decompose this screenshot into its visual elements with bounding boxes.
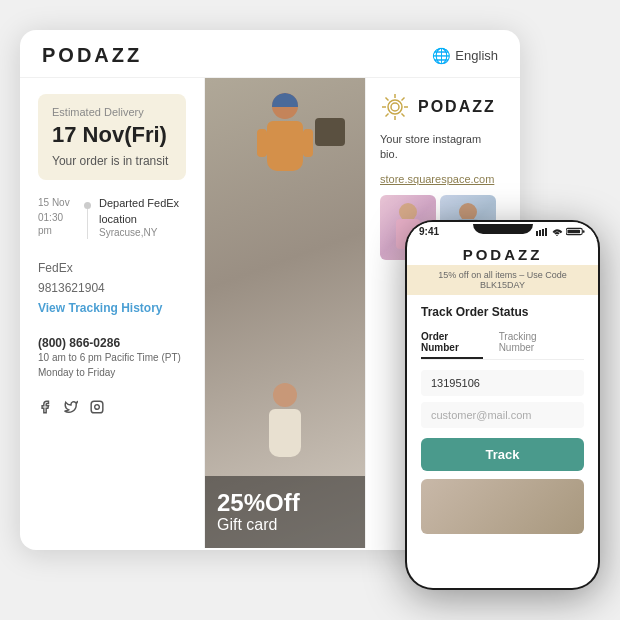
svg-rect-12 bbox=[536, 231, 538, 236]
brand-row: PODAZZ bbox=[380, 92, 496, 122]
store-link[interactable]: store.squarespace.com bbox=[380, 173, 496, 185]
product-image: 25%Off Gift card bbox=[205, 78, 365, 548]
gift-card-overlay: 25%Off Gift card bbox=[205, 476, 365, 548]
event-description: Departed FedEx location bbox=[99, 196, 186, 227]
event-location: Syracuse,NY bbox=[99, 227, 186, 238]
svg-rect-18 bbox=[567, 230, 580, 234]
support-phone: (800) 866-0286 bbox=[38, 336, 186, 350]
phone-time: 9:41 bbox=[419, 226, 439, 237]
left-panel: Estimated Delivery 17 Nov(Fri) Your orde… bbox=[20, 78, 205, 548]
carrier-section: FedEx 9813621904 View Tracking History bbox=[38, 259, 186, 315]
gift-card-percent: 25%Off bbox=[217, 490, 353, 516]
svg-rect-0 bbox=[91, 401, 103, 413]
event-dot bbox=[84, 202, 91, 209]
svg-rect-15 bbox=[545, 228, 547, 236]
svg-line-10 bbox=[402, 98, 405, 101]
tab-order-number[interactable]: Order Number bbox=[421, 327, 483, 359]
delivery-box: Estimated Delivery 17 Nov(Fri) Your orde… bbox=[38, 94, 186, 180]
support-hours-2: Monday to Friday bbox=[38, 365, 186, 380]
svg-point-2 bbox=[388, 100, 402, 114]
globe-icon: 🌐 bbox=[432, 47, 451, 65]
delivery-date: 17 Nov(Fri) bbox=[52, 122, 172, 148]
support-hours-1: 10 am to 6 pm Pacific Time (PT) bbox=[38, 350, 186, 365]
view-tracking-link[interactable]: View Tracking History bbox=[38, 301, 163, 315]
delivery-status: Your order is in transit bbox=[52, 154, 172, 168]
language-label: English bbox=[455, 48, 498, 63]
right-brand-name: PODAZZ bbox=[418, 98, 496, 116]
twitter-icon[interactable] bbox=[64, 400, 78, 417]
svg-rect-19 bbox=[583, 230, 585, 233]
store-bio: Your store instagram bio. bbox=[380, 132, 496, 163]
phone-notch bbox=[473, 224, 533, 234]
scene: PODAZZ 🌐 English Estimated Delivery 17 N… bbox=[20, 30, 600, 590]
phone-tabs: Order Number Tracking Number bbox=[421, 327, 584, 360]
event-date: 15 Nov bbox=[38, 196, 76, 209]
phone-bottom-image bbox=[421, 479, 584, 534]
carrier-name: FedEx bbox=[38, 259, 186, 278]
support-section: (800) 866-0286 10 am to 6 pm Pacific Tim… bbox=[38, 336, 186, 380]
svg-line-11 bbox=[386, 114, 389, 117]
facebook-icon[interactable] bbox=[38, 400, 52, 417]
event-time: 01:30 pm bbox=[38, 211, 76, 237]
order-number-input[interactable] bbox=[421, 370, 584, 396]
svg-rect-14 bbox=[542, 229, 544, 236]
phone-status-icons bbox=[536, 227, 586, 236]
brand-sun-icon bbox=[380, 92, 410, 122]
gift-card-text: Gift card bbox=[217, 516, 353, 534]
instagram-icon[interactable] bbox=[90, 400, 104, 417]
svg-point-3 bbox=[391, 103, 399, 111]
phone-logo: PODAZZ bbox=[407, 240, 598, 265]
desktop-logo: PODAZZ bbox=[42, 44, 142, 67]
language-selector[interactable]: 🌐 English bbox=[432, 47, 498, 65]
svg-line-9 bbox=[402, 114, 405, 117]
middle-panel: 25%Off Gift card bbox=[205, 78, 365, 548]
tab-tracking-number[interactable]: Tracking Number bbox=[499, 327, 568, 359]
svg-line-8 bbox=[386, 98, 389, 101]
tracking-event: 15 Nov 01:30 pm Departed FedEx location … bbox=[38, 196, 186, 239]
svg-rect-13 bbox=[539, 230, 541, 236]
svg-point-16 bbox=[556, 234, 557, 235]
phone-banner: 15% off on all items – Use Code BLK15DAY bbox=[407, 265, 598, 295]
track-button[interactable]: Track bbox=[421, 438, 584, 471]
phone-inner: 9:41 PODAZZ 15% off on all items – Use C… bbox=[407, 222, 598, 588]
social-icons bbox=[38, 400, 186, 417]
carrier-tracking-number: 9813621904 bbox=[38, 279, 186, 298]
desktop-header: PODAZZ 🌐 English bbox=[20, 30, 520, 78]
phone-mockup: 9:41 PODAZZ 15% off on all items – Use C… bbox=[405, 220, 600, 590]
email-input[interactable] bbox=[421, 402, 584, 428]
phone-section-title: Track Order Status bbox=[421, 305, 584, 319]
delivery-label: Estimated Delivery bbox=[52, 106, 172, 118]
phone-content: Track Order Status Order Number Tracking… bbox=[407, 295, 598, 588]
